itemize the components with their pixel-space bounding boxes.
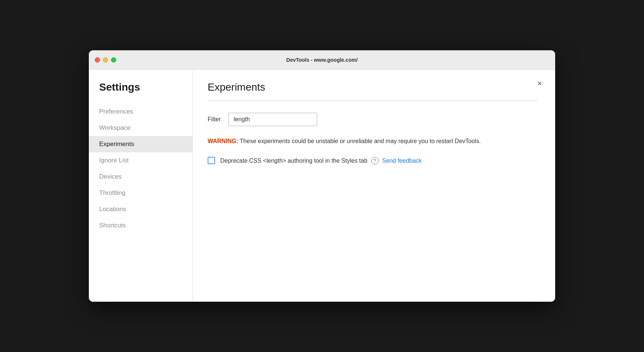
traffic-lights xyxy=(95,57,116,62)
sidebar-item-locations[interactable]: Locations xyxy=(89,201,192,217)
devtools-window: DevTools - www.google.com/ Settings Pref… xyxy=(89,50,555,302)
send-feedback-link[interactable]: Send feedback xyxy=(382,156,422,165)
experiment-label-text: Deprecate CSS <length> authoring tool in… xyxy=(220,156,368,165)
filter-label: Filter xyxy=(208,116,221,123)
close-settings-button[interactable]: × xyxy=(534,78,545,89)
sidebar-item-experiments[interactable]: Experiments xyxy=(89,136,192,152)
titlebar: DevTools - www.google.com/ xyxy=(89,50,555,70)
sidebar-item-preferences[interactable]: Preferences xyxy=(89,104,192,120)
warning-body: These experiments could be unstable or u… xyxy=(238,138,481,144)
sidebar-item-devices[interactable]: Devices xyxy=(89,169,192,185)
experiment-label: Deprecate CSS <length> authoring tool in… xyxy=(220,156,422,165)
experiment-row: Deprecate CSS <length> authoring tool in… xyxy=(208,156,537,165)
window-title: DevTools - www.google.com/ xyxy=(286,57,358,63)
deprecate-css-length-checkbox[interactable] xyxy=(208,157,215,164)
sidebar-item-workspace[interactable]: Workspace xyxy=(89,120,192,136)
close-traffic-light[interactable] xyxy=(95,57,100,62)
sidebar-item-ignore-list[interactable]: Ignore List xyxy=(89,152,192,169)
sidebar-heading: Settings xyxy=(89,81,192,104)
filter-row: Filter xyxy=(208,113,537,126)
main-content: × Experiments Filter WARNING: These expe… xyxy=(192,70,555,302)
sidebar-item-shortcuts[interactable]: Shortcuts xyxy=(89,217,192,234)
minimize-traffic-light[interactable] xyxy=(103,57,108,62)
filter-input[interactable] xyxy=(228,113,317,126)
help-icon[interactable]: ? xyxy=(371,157,379,165)
sidebar-item-throttling[interactable]: Throttling xyxy=(89,185,192,201)
maximize-traffic-light[interactable] xyxy=(111,57,116,62)
page-title: Experiments xyxy=(208,81,537,93)
warning-label: WARNING: xyxy=(208,138,238,144)
section-divider xyxy=(208,101,537,101)
warning-text: WARNING: These experiments could be unst… xyxy=(208,136,537,146)
sidebar: Settings Preferences Workspace Experimen… xyxy=(89,70,192,302)
window-body: Settings Preferences Workspace Experimen… xyxy=(89,70,555,302)
